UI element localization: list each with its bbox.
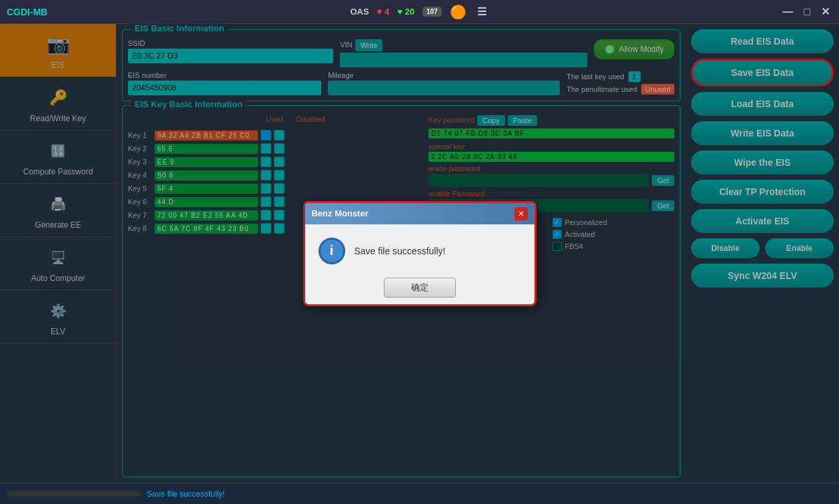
dialog-ok-button[interactable]: 确定 — [384, 278, 456, 298]
dialog-close-button[interactable]: ✕ — [514, 207, 528, 220]
dialog-body: i Save file successfully! — [305, 224, 534, 271]
hearts-red-icon: ♥ 4 — [377, 7, 390, 17]
progress-bar — [7, 491, 140, 497]
dialog-box: Benz Monster ✕ i Save file successfully!… — [303, 201, 536, 306]
status-bar: Save file successfully! — [0, 483, 839, 504]
coin-icon: 🟠 — [450, 4, 466, 20]
dialog-overlay: Benz Monster ✕ i Save file successfully!… — [0, 24, 839, 483]
dialog-title: Benz Monster — [312, 208, 369, 218]
oas-label: OAS — [350, 7, 369, 17]
menu-icon[interactable]: ☰ — [474, 5, 489, 18]
maximize-button[interactable]: □ — [801, 6, 813, 18]
dialog-titlebar: Benz Monster ✕ — [305, 203, 534, 224]
minimize-button[interactable]: — — [780, 6, 796, 18]
close-button[interactable]: ✕ — [818, 5, 832, 18]
dialog-footer: 确定 — [305, 271, 534, 304]
title-bar: CGDI-MB OAS ♥ 4 ♥ 20 107 🟠 ☰ — □ ✕ — [0, 0, 839, 24]
app-title: CGDI-MB — [7, 7, 47, 17]
dots-badge: 107 — [422, 7, 442, 17]
dialog-info-icon: i — [319, 238, 345, 264]
status-message: Save file successfully! — [147, 489, 225, 499]
hearts-green-icon: ♥ 20 — [397, 7, 415, 17]
dialog-message: Save file successfully! — [355, 246, 446, 256]
